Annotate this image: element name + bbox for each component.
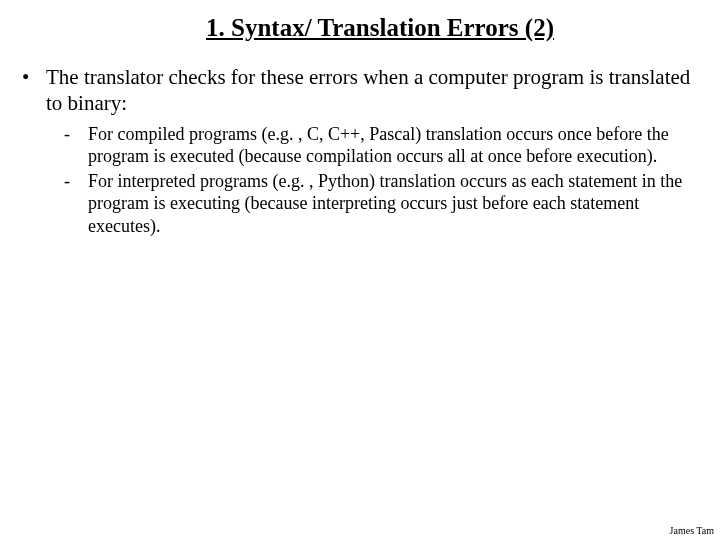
dash-icon: - bbox=[76, 170, 88, 193]
main-bullet: •The translator checks for these errors … bbox=[28, 64, 692, 117]
sub-bullet: - For interpreted programs (e.g. , Pytho… bbox=[76, 170, 692, 238]
sub-bullet-text: For interpreted programs (e.g. , Python)… bbox=[88, 171, 682, 236]
dash-icon: - bbox=[76, 123, 88, 146]
sub-bullet: - For compiled programs (e.g. , C, C++, … bbox=[76, 123, 692, 168]
slide-content: 1. Syntax/ Translation Errors (2) •The t… bbox=[0, 0, 720, 237]
main-bullet-text: The translator checks for these errors w… bbox=[46, 65, 690, 115]
sub-bullet-text: For compiled programs (e.g. , C, C++, Pa… bbox=[88, 124, 669, 167]
bullet-dot-icon: • bbox=[34, 64, 46, 90]
footer-author: James Tam bbox=[670, 525, 714, 536]
slide-title: 1. Syntax/ Translation Errors (2) bbox=[68, 14, 692, 42]
sub-bullet-list: - For compiled programs (e.g. , C, C++, … bbox=[28, 123, 692, 238]
